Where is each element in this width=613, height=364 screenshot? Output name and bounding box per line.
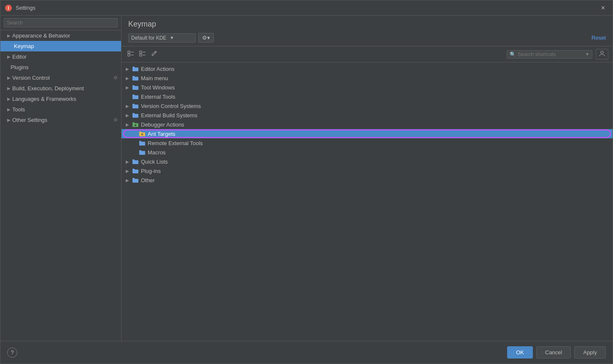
svg-text:A: A <box>141 133 143 136</box>
main-header: Keymap Default for KDE ▼ ⚙▾ Reset <box>122 16 613 46</box>
tree-item-vcs[interactable]: ▶ Version Control Systems <box>122 101 613 111</box>
tree-item-macros[interactable]: Macros <box>122 148 613 157</box>
collapse-all-button[interactable] <box>138 50 148 59</box>
keymap-controls: Default for KDE ▼ ⚙▾ Reset <box>128 33 606 46</box>
tree-label-remote-external-tools: Remote External Tools <box>148 140 203 146</box>
sidebar-label-editor: Editor <box>12 54 118 60</box>
keymap-gear-button[interactable]: ⚙▾ <box>198 33 214 43</box>
sidebar-label-plugins: Plugins <box>11 64 118 70</box>
toolbar-search-container: 🔍 ▼ <box>507 50 592 59</box>
tree-arrow-vcs: ▶ <box>126 104 132 108</box>
sidebar-label-tools: Tools <box>12 106 118 113</box>
svg-rect-8 <box>140 51 142 53</box>
title-bar: I Settings × <box>0 0 613 16</box>
window-title: Settings <box>16 5 598 11</box>
edit-icon <box>151 51 157 57</box>
sidebar-item-plugins[interactable]: Plugins <box>0 62 121 73</box>
tree-arrow-quick-lists: ▶ <box>126 159 132 164</box>
content-area: ▶ Appearance & Behavior Keymap ▶ Editor … <box>0 16 613 341</box>
sidebar-item-build[interactable]: ▶ Build, Execution, Deployment <box>0 83 121 94</box>
sidebar: ▶ Appearance & Behavior Keymap ▶ Editor … <box>0 16 122 341</box>
tree-label-ant-targets: Ant Targets <box>148 131 176 137</box>
sidebar-label-appearance: Appearance & Behavior <box>12 32 118 39</box>
tree-arrow-tool-windows: ▶ <box>126 85 132 90</box>
expand-arrow-appearance: ▶ <box>7 33 11 38</box>
keymap-dropdown[interactable]: Default for KDE ▼ <box>128 33 196 43</box>
sidebar-item-tools[interactable]: ▶ Tools <box>0 104 121 115</box>
tree-item-other[interactable]: ▶ Other <box>122 175 613 185</box>
folder-icon-vcs <box>132 102 139 109</box>
bottom-bar: ? OK Cancel Apply <box>0 341 613 364</box>
reset-button[interactable]: Reset <box>591 35 606 41</box>
tree-item-remote-external-tools[interactable]: Remote External Tools <box>122 138 613 148</box>
tree-label-external-build: External Build Systems <box>141 112 197 119</box>
tree-arrow-plug-ins: ▶ <box>126 169 132 173</box>
svg-rect-2 <box>128 51 130 53</box>
sidebar-item-other-settings[interactable]: ▶ Other Settings ⚙ <box>0 115 121 125</box>
page-title: Keymap <box>128 20 606 29</box>
tree-item-external-build[interactable]: ▶ External Build Systems <box>122 111 613 120</box>
close-button[interactable]: × <box>598 3 608 13</box>
sidebar-item-editor[interactable]: ▶ Editor <box>0 51 121 62</box>
tree-item-plug-ins[interactable]: ▶ Plug-ins <box>122 166 613 175</box>
expand-arrow-other-settings: ▶ <box>7 118 11 122</box>
expand-arrow-languages: ▶ <box>7 97 11 101</box>
folder-icon-external-build <box>132 112 139 119</box>
folder-icon-debugger-actions <box>132 121 139 128</box>
tree-item-ant-targets[interactable]: A Ant Targets <box>122 129 613 138</box>
help-button[interactable]: ? <box>7 348 17 358</box>
cancel-button[interactable]: Cancel <box>536 346 571 359</box>
folder-icon-editor-actions <box>132 65 139 72</box>
tree-arrow-debugger-actions: ▶ <box>126 122 132 127</box>
svg-rect-14 <box>134 67 135 67</box>
tree-label-tool-windows: Tool Windows <box>141 84 175 91</box>
svg-rect-4 <box>128 54 130 56</box>
sidebar-item-version-control[interactable]: ▶ Version Control ⚙ <box>0 73 121 83</box>
tree-item-main-menu[interactable]: ▶ Main menu <box>122 73 613 83</box>
sidebar-item-languages[interactable]: ▶ Languages & Frameworks <box>0 94 121 104</box>
svg-text:I: I <box>8 6 9 11</box>
tree-item-tool-windows[interactable]: ▶ Tool Windows <box>122 83 613 92</box>
folder-icon-quick-lists <box>132 158 139 165</box>
tree-label-quick-lists: Quick Lists <box>141 159 168 165</box>
edit-shortcut-button[interactable] <box>149 50 159 59</box>
sidebar-item-keymap[interactable]: Keymap <box>0 41 121 51</box>
tree-arrow-other: ▶ <box>126 178 132 183</box>
folder-icon-main-menu <box>132 75 139 81</box>
tree-arrow-external-build: ▶ <box>126 113 132 118</box>
sidebar-items-list: ▶ Appearance & Behavior Keymap ▶ Editor … <box>0 30 121 341</box>
sidebar-label-other-settings: Other Settings <box>12 117 112 123</box>
bottom-actions: OK Cancel Apply <box>507 346 606 359</box>
tree-item-quick-lists[interactable]: ▶ Quick Lists <box>122 157 613 166</box>
search-dropdown-arrow-icon[interactable]: ▼ <box>585 52 589 57</box>
expand-arrow-tools: ▶ <box>7 107 11 112</box>
settings-icon-other-settings: ⚙ <box>113 117 118 123</box>
settings-window: I Settings × ▶ Appearance & Behavior Key… <box>0 0 613 364</box>
tree-label-external-tools: External Tools <box>141 94 175 100</box>
tree-label-vcs: Version Control Systems <box>141 103 201 109</box>
tree-item-debugger-actions[interactable]: ▶ Debugger Actions <box>122 120 613 129</box>
tree-search-input[interactable] <box>518 51 585 57</box>
apply-button[interactable]: Apply <box>574 346 606 359</box>
folder-icon-external-tools <box>132 93 139 100</box>
person-filter-button[interactable] <box>596 49 608 59</box>
keymap-dropdown-value: Default for KDE <box>131 35 166 41</box>
tree-item-external-tools[interactable]: External Tools <box>122 92 613 101</box>
sidebar-item-appearance[interactable]: ▶ Appearance & Behavior <box>0 30 121 41</box>
tree-item-editor-actions[interactable]: ▶ Editor Actions <box>122 64 613 73</box>
tree-label-other: Other <box>141 177 155 183</box>
folder-icon-macros <box>138 149 146 156</box>
settings-icon-version-control: ⚙ <box>113 75 118 81</box>
expand-arrow-editor: ▶ <box>7 54 11 59</box>
folder-icon-ant-targets: A <box>138 130 146 137</box>
folder-icon-tool-windows <box>132 84 139 91</box>
person-icon <box>599 50 605 57</box>
tree-container: ▶ Editor Actions ▶ Main menu ▶ <box>122 62 613 341</box>
sidebar-search-input[interactable] <box>4 18 118 27</box>
folder-icon-remote-external-tools <box>138 140 146 146</box>
expand-arrow-build: ▶ <box>7 86 11 91</box>
expand-all-button[interactable] <box>126 50 136 59</box>
tree-arrow-main-menu: ▶ <box>126 76 132 81</box>
ok-button[interactable]: OK <box>507 346 533 359</box>
sidebar-label-keymap: Keymap <box>14 43 118 49</box>
